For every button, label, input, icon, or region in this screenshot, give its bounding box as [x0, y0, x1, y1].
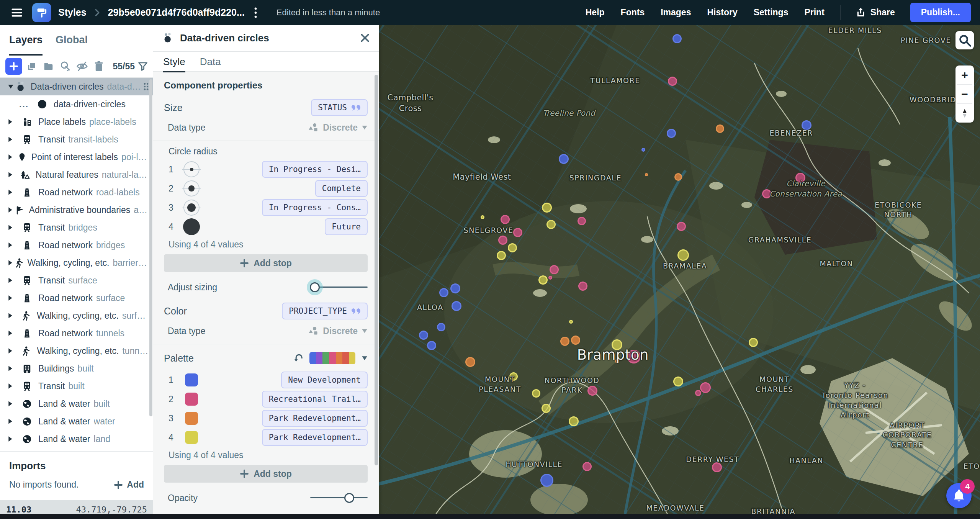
data-circle-pink[interactable] [582, 462, 592, 471]
stop-value-chip[interactable]: Recreational Trail… [262, 391, 368, 408]
layer-row-land-water[interactable]: Land & waterbuilt [0, 395, 153, 413]
radius-preview[interactable] [182, 218, 201, 235]
data-circle-yellow[interactable] [673, 377, 683, 386]
data-circle-pink[interactable] [627, 350, 641, 363]
palette-preview[interactable] [309, 352, 355, 364]
adjust-sizing-slider[interactable] [310, 281, 368, 294]
layer-row-place-labels[interactable]: Place labelsplace-labels [0, 113, 153, 131]
data-circle-blue[interactable] [802, 120, 811, 130]
chevron-down-icon[interactable] [362, 355, 368, 361]
stop-value-chip[interactable]: Park Redevelopment… [262, 429, 368, 446]
data-circle-yellow[interactable] [677, 249, 689, 261]
data-circle-pink[interactable] [501, 215, 510, 224]
data-circle-orange[interactable] [716, 124, 724, 133]
radius-preview[interactable] [182, 180, 201, 196]
tab-style[interactable]: Style [163, 52, 185, 71]
map-canvas[interactable]: ELDER MILLSPINE GROVEWOODBRIDGETULLAMORE… [379, 25, 980, 519]
expand-icon[interactable] [8, 330, 19, 336]
data-circle-pink[interactable] [762, 189, 771, 198]
reset-palette-icon[interactable] [293, 353, 303, 363]
data-circle-yellow[interactable] [538, 275, 548, 285]
data-circle-yellow[interactable] [542, 404, 551, 413]
close-icon[interactable] [360, 33, 370, 43]
expand-icon[interactable] [8, 348, 19, 354]
data-circle-yellow[interactable] [569, 320, 573, 324]
layer-options-ellipsis[interactable]: ... [19, 99, 34, 110]
data-circle-yellow[interactable] [497, 251, 506, 260]
layer-row-data-driven-circles[interactable]: Data-driven circlesdata-driven-ci [0, 78, 153, 95]
opacity-slider[interactable] [310, 491, 368, 504]
data-circle-pink[interactable] [548, 276, 552, 280]
data-circle-orange[interactable] [465, 357, 475, 367]
nav-history[interactable]: History [699, 3, 745, 21]
data-circle-yellow[interactable] [546, 220, 556, 229]
expand-icon[interactable] [8, 365, 19, 372]
data-circle-yellow[interactable] [509, 372, 518, 381]
layer-row-administrative-boundaries[interactable]: Administrative boundariesadmin [0, 201, 153, 219]
stop-value-chip[interactable]: In Progress - Cons… [262, 199, 368, 216]
data-circle-blue[interactable] [439, 288, 448, 297]
data-circle-pink[interactable] [587, 386, 597, 396]
sidebar-scrollbar[interactable] [149, 79, 152, 416]
data-circle-yellow[interactable] [481, 215, 484, 219]
expand-icon[interactable] [8, 277, 19, 283]
zoom-out-button[interactable]: − [955, 85, 974, 103]
layer-row-road-network[interactable]: Road networkroad-labels [0, 183, 153, 201]
expand-icon[interactable] [8, 260, 15, 266]
layer-row-land-water[interactable]: Land & waterwater [0, 413, 153, 430]
expand-icon[interactable] [8, 383, 19, 389]
expand-icon[interactable] [8, 436, 19, 442]
stop-value-chip[interactable]: In Progress - Desi… [262, 161, 368, 178]
expand-icon[interactable] [8, 418, 19, 424]
data-circle-pink[interactable] [695, 390, 701, 396]
expand-icon[interactable] [8, 224, 19, 231]
data-circle-yellow[interactable] [749, 338, 758, 347]
data-circle-orange[interactable] [645, 173, 648, 176]
radius-preview[interactable] [182, 161, 201, 177]
size-datatype-select[interactable]: Discrete [308, 123, 368, 133]
tab-data[interactable]: Data [200, 52, 221, 71]
select-on-map-icon[interactable] [57, 59, 73, 74]
layer-row-natural-features[interactable]: Natural featuresnatural-labels [0, 166, 153, 183]
breadcrumb-section[interactable]: Styles [58, 7, 87, 18]
notifications-button[interactable]: 4 [946, 483, 972, 508]
expand-icon[interactable] [8, 136, 19, 142]
data-circle-yellow[interactable] [508, 243, 517, 252]
data-circle-yellow[interactable] [569, 416, 579, 426]
data-circle-orange[interactable] [571, 336, 580, 345]
hide-layer-icon[interactable] [74, 59, 90, 74]
data-circle-yellow[interactable] [612, 339, 622, 350]
data-circle-orange[interactable] [674, 173, 682, 181]
duplicate-layer-icon[interactable] [24, 59, 39, 74]
collapse-icon[interactable] [8, 84, 15, 89]
data-circle-blue[interactable] [672, 34, 682, 43]
data-circle-blue[interactable] [419, 331, 428, 340]
menu-icon[interactable] [8, 4, 25, 21]
layer-row-walking-cycling-etc-[interactable]: Walking, cycling, etc.tunnels [0, 342, 153, 360]
radius-preview[interactable] [182, 200, 201, 216]
stop-value-chip[interactable]: Complete [315, 180, 368, 197]
expand-icon[interactable] [8, 242, 19, 248]
layer-row-transit[interactable]: Transitbuilt [0, 377, 153, 395]
expand-icon[interactable] [8, 172, 18, 178]
nav-print[interactable]: Print [796, 3, 832, 21]
drag-handle-icon[interactable] [143, 82, 149, 91]
slider-handle[interactable] [310, 282, 320, 292]
tab-global[interactable]: Global [56, 34, 88, 56]
data-circle-blue[interactable] [667, 129, 676, 138]
expand-icon[interactable] [8, 313, 18, 319]
compass-button[interactable] [955, 104, 974, 123]
expand-icon[interactable] [8, 119, 19, 125]
data-circle-yellow[interactable] [532, 389, 540, 398]
delete-layer-icon[interactable] [91, 59, 106, 74]
data-circle-pink[interactable] [712, 462, 722, 472]
data-circle-pink[interactable] [550, 265, 559, 274]
data-circle-blue[interactable] [450, 283, 460, 293]
data-circle-pink[interactable] [578, 282, 587, 291]
color-swatch[interactable] [185, 393, 198, 406]
data-circle-pink[interactable] [498, 236, 507, 245]
layer-row-data-driven-circles[interactable]: ...data-driven-circles [0, 95, 153, 113]
add-import-button[interactable]: Add [114, 480, 144, 490]
data-circle-blue[interactable] [437, 323, 445, 331]
layer-row-buildings[interactable]: Buildingsbuilt [0, 360, 153, 377]
